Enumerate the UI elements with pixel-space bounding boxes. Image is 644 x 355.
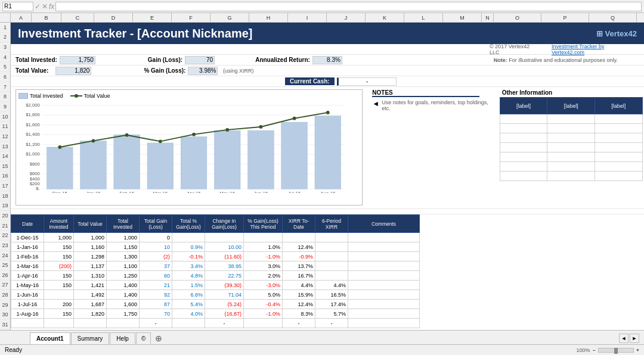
status-bar: Ready 100% − + <box>0 344 644 355</box>
col-header-L[interactable]: L <box>404 13 443 22</box>
chart-box: Total Invested Total Value <box>16 89 363 205</box>
col-header-D[interactable]: D <box>94 13 133 22</box>
tab-account1[interactable]: Account1 <box>30 332 70 344</box>
cell-reference-input[interactable] <box>2 2 33 11</box>
col-pctgain-header: % Gain(Loss)This Period <box>244 215 283 233</box>
svg-rect-27 <box>281 122 308 189</box>
col-header-Q[interactable]: Q <box>589 13 637 22</box>
pct-gain-loss-value[interactable]: 3.98% <box>188 67 218 75</box>
formula-input[interactable] <box>55 2 642 11</box>
col-header-O[interactable]: O <box>494 13 541 22</box>
tab-summary[interactable]: Summary <box>71 332 110 344</box>
cells-area: Investment Tracker - [Account Nickname] … <box>11 23 644 330</box>
svg-rect-23 <box>147 143 174 189</box>
tab-help[interactable]: Help <box>110 332 135 344</box>
svg-point-29 <box>58 145 61 149</box>
cell-pctperiod[interactable]: 1.0% <box>244 242 283 252</box>
tab-bar: Account1 Summary Help © ⊕ ◄ ► <box>0 330 644 344</box>
current-cash-value[interactable]: - <box>337 77 397 86</box>
svg-point-31 <box>125 133 129 137</box>
xirr-sub: (using XIRR) <box>220 68 256 74</box>
col-header-I[interactable]: I <box>288 13 327 22</box>
zoom-minus-icon[interactable]: − <box>592 347 595 353</box>
vertex-link[interactable]: Investment Tracker by Vertex42.com <box>552 43 637 55</box>
col-header-H[interactable]: H <box>249 13 288 22</box>
cell-gain[interactable]: 10 <box>140 242 172 252</box>
svg-rect-25 <box>214 130 240 189</box>
col-header-A[interactable]: A <box>11 13 32 22</box>
scroll-left-button[interactable]: ◄ <box>619 334 628 343</box>
view-controls: 100% − + <box>576 347 639 353</box>
cell-totalvalue[interactable]: 1,160 <box>74 242 107 252</box>
note-label: Note: For illustrative and educational p… <box>494 57 618 63</box>
cell-changein[interactable]: 10.00 <box>205 242 244 252</box>
svg-rect-26 <box>248 130 274 189</box>
notes-label: NOTES <box>372 89 479 96</box>
svg-point-35 <box>259 125 263 129</box>
col-totalgain-header: Total Gain(Loss) <box>140 215 172 233</box>
cell-totalinv[interactable]: 1,150 <box>107 242 140 252</box>
col-header-F[interactable]: F <box>172 13 210 22</box>
total-value-label: Total Value: <box>16 67 48 74</box>
cell-pctgain[interactable]: 0.9% <box>172 242 205 252</box>
other-info-row <box>500 114 642 124</box>
tab-copyright[interactable]: © <box>136 332 151 344</box>
svg-point-33 <box>192 133 196 136</box>
cell-gain[interactable]: 0 <box>140 233 172 242</box>
cell-date[interactable]: 1-Dec-15 <box>11 233 44 242</box>
legend-line-item: Total Value <box>70 92 110 99</box>
other-info-row <box>500 124 642 133</box>
ann-return-value[interactable]: 8.3% <box>312 56 342 64</box>
sheet-scroll-buttons: ◄ ► <box>619 334 639 343</box>
total-value-value[interactable]: 1,820 <box>55 67 91 75</box>
data-table-container: Date AmountInvested Total Value TotalInv… <box>11 214 644 328</box>
cell-amount[interactable]: 1,000 <box>44 233 74 242</box>
chart-legend: Total Invested Total Value <box>18 92 360 99</box>
col-header-N[interactable]: N <box>482 13 494 22</box>
other-info-row <box>500 143 642 152</box>
other-info-col3-header: [label] <box>595 98 643 114</box>
zoom-plus-icon[interactable]: + <box>636 347 639 353</box>
col-header-J[interactable]: J <box>327 13 366 22</box>
pct-gain-loss-label: % Gain (Loss): <box>144 67 185 74</box>
col-header-E[interactable]: E <box>133 13 172 22</box>
total-invested-value[interactable]: 1,750 <box>60 56 95 64</box>
svg-text:$1,400: $1,400 <box>26 132 40 137</box>
notes-hint-text: Use notes for goals, reminders, top hold… <box>382 99 494 111</box>
svg-text:May-16: May-16 <box>219 191 235 193</box>
svg-text:$2,000: $2,000 <box>26 102 40 108</box>
cell-totalinv[interactable]: 1,000 <box>107 233 140 242</box>
col-header-M[interactable]: M <box>443 13 482 22</box>
svg-text:Apr-16: Apr-16 <box>187 191 200 193</box>
header-row: Investment Tracker - [Account Nickname] … <box>11 23 644 44</box>
col-totalpct-header: Total %Gain(Loss) <box>172 215 205 233</box>
col-header-B[interactable]: B <box>32 13 61 22</box>
col-6period-header: 6-PeriodXIRR <box>315 215 348 233</box>
gain-loss-value[interactable]: 70 <box>185 56 215 64</box>
other-info-col1-header: [label] <box>500 98 547 114</box>
svg-point-30 <box>92 139 95 142</box>
other-info-panel: Other Information [label] [label] [label… <box>499 87 644 208</box>
cell-xirr[interactable]: 12.4% <box>283 242 315 252</box>
zoom-slider[interactable] <box>598 348 634 353</box>
col-header-C[interactable]: C <box>61 13 94 22</box>
chart-notes-row: Total Invested Total Value <box>11 87 644 209</box>
other-info-row <box>500 162 642 172</box>
scroll-right-button[interactable]: ► <box>630 334 639 343</box>
formula-cancel-icon: ✕ <box>42 2 48 11</box>
table-row: 1-Dec-15 1,000 1,000 1,000 0 <box>11 233 420 242</box>
add-sheet-button[interactable]: ⊕ <box>151 332 166 344</box>
svg-point-34 <box>225 128 229 132</box>
col-header-G[interactable]: G <box>210 13 249 22</box>
svg-point-36 <box>293 117 296 120</box>
cell-totalvalue[interactable]: 1,000 <box>74 233 107 242</box>
table-row: 1-Jan-16 150 1,160 1,150 10 0.9% 10.00 1… <box>11 242 420 252</box>
col-header-P[interactable]: P <box>541 13 589 22</box>
corner-cell <box>0 13 11 22</box>
cell-date[interactable]: 1-Jan-16 <box>11 242 44 252</box>
svg-rect-21 <box>80 141 107 189</box>
cell-amount[interactable]: 150 <box>44 242 74 252</box>
stats-row1: Total Invested: 1,750 Gain (Loss): 70 An… <box>11 55 644 66</box>
col-header-K[interactable]: K <box>366 13 404 22</box>
table-header-row: Date AmountInvested Total Value TotalInv… <box>11 215 420 233</box>
